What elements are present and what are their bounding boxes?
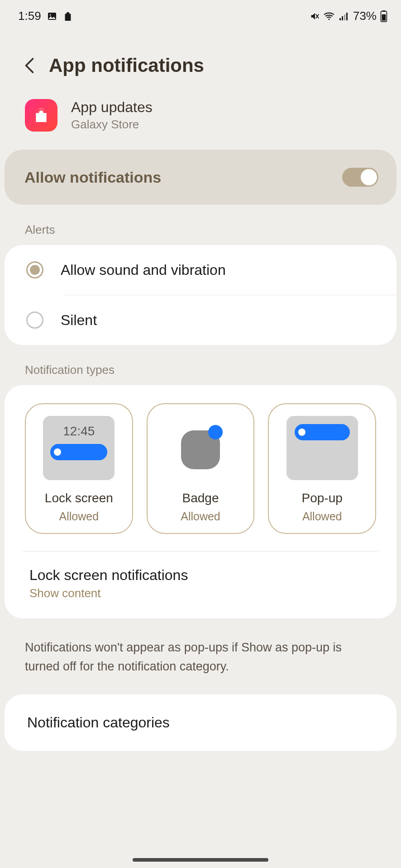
status-bar: 1:59 73%	[0, 0, 401, 28]
status-left: 1:59	[18, 9, 73, 23]
lock-preview-time: 12:45	[63, 424, 95, 439]
type-tile-popup[interactable]: Pop-up Allowed	[268, 403, 376, 534]
svg-rect-8	[346, 13, 348, 20]
page-header: App notifications	[0, 28, 401, 90]
popup-preview-icon	[286, 416, 358, 480]
lock-screen-preview-icon: 12:45	[43, 416, 115, 480]
radio-unselected-icon	[26, 311, 43, 329]
svg-rect-7	[344, 14, 345, 20]
type-status: Allowed	[59, 510, 99, 523]
battery-icon	[380, 10, 387, 22]
types-section-label: Notification types	[0, 345, 401, 385]
lock-screen-notifications-subtitle: Show content	[29, 586, 372, 600]
info-text: Notifications won't appear as pop-ups if…	[0, 618, 401, 694]
alerts-section-label: Alerts	[0, 205, 401, 245]
type-title: Badge	[182, 491, 219, 505]
svg-point-4	[328, 18, 329, 19]
app-name: App updates	[71, 99, 153, 116]
status-right: 73%	[310, 9, 387, 23]
battery-percent: 73%	[353, 9, 377, 23]
type-status: Allowed	[302, 510, 342, 523]
vibrate-mute-icon	[310, 11, 320, 21]
app-source: Galaxy Store	[71, 118, 153, 132]
types-grid: 12:45 Lock screen Allowed Badge Allowed …	[25, 403, 376, 534]
toggle-knob	[361, 169, 377, 185]
alert-option-sound[interactable]: Allow sound and vibration	[5, 245, 396, 295]
alert-option-label: Allow sound and vibration	[61, 262, 378, 278]
lock-screen-notifications-title: Lock screen notifications	[29, 567, 372, 584]
signal-icon	[339, 12, 349, 21]
wifi-icon	[323, 11, 335, 21]
svg-rect-5	[339, 18, 341, 20]
alert-option-label: Silent	[61, 312, 378, 329]
allow-notifications-label: Allow notifications	[24, 169, 161, 186]
type-tile-lock-screen[interactable]: 12:45 Lock screen Allowed	[25, 403, 133, 534]
home-indicator[interactable]	[133, 858, 268, 862]
bag-icon	[63, 11, 73, 21]
alert-option-silent[interactable]: Silent	[5, 295, 396, 345]
svg-rect-11	[382, 14, 386, 20]
app-icon	[25, 99, 57, 132]
type-title: Lock screen	[45, 491, 113, 505]
notification-categories-title: Notification categories	[27, 714, 374, 731]
lock-screen-notifications-row[interactable]: Lock screen notifications Show content	[25, 552, 376, 600]
app-info-row: App updates Galaxy Store	[0, 90, 401, 150]
notification-types-card: 12:45 Lock screen Allowed Badge Allowed …	[5, 385, 396, 618]
back-icon[interactable]	[23, 57, 36, 75]
type-tile-badge[interactable]: Badge Allowed	[147, 403, 255, 534]
picture-icon	[47, 11, 57, 22]
radio-selected-icon	[26, 261, 43, 278]
notification-categories-row[interactable]: Notification categories	[5, 694, 396, 751]
type-title: Pop-up	[302, 491, 343, 505]
allow-notifications-toggle[interactable]	[342, 168, 378, 187]
page-title: App notifications	[49, 55, 204, 76]
status-time: 1:59	[18, 9, 41, 23]
allow-notifications-row[interactable]: Allow notifications	[5, 150, 396, 205]
badge-preview-icon	[165, 416, 236, 480]
type-status: Allowed	[181, 510, 220, 523]
svg-point-1	[49, 14, 51, 15]
alerts-card: Allow sound and vibration Silent	[5, 245, 396, 345]
svg-rect-6	[342, 16, 343, 20]
